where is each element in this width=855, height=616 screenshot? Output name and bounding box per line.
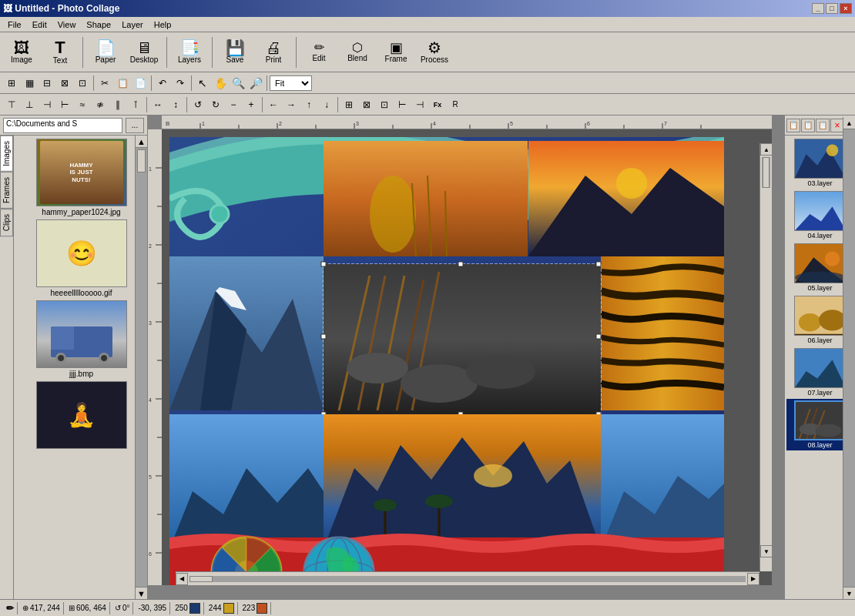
tb3-dist-h[interactable]: ∥: [109, 96, 126, 113]
undo-button[interactable]: ↶: [154, 75, 171, 92]
process-button[interactable]: ⚙ Process: [416, 35, 453, 70]
tb3-rotate-ccw[interactable]: ↺: [189, 96, 206, 113]
tab-images[interactable]: Images: [0, 136, 13, 172]
canvas-hscroll[interactable]: ◀ ▶: [176, 571, 759, 585]
edit-label: Edit: [312, 54, 325, 62]
tb2-btn-3[interactable]: ⊟: [39, 75, 55, 92]
zoom-tool[interactable]: 🔎: [247, 75, 264, 92]
edit-button[interactable]: ✏ Edit: [300, 35, 337, 70]
zoom-select[interactable]: Fit 100% 50% 25% 200%: [270, 75, 312, 91]
tb3-dist-v[interactable]: ⊺: [127, 96, 144, 113]
tab-clips[interactable]: Clips: [0, 209, 13, 236]
tb3-sep-1: [146, 97, 147, 112]
tb3-info[interactable]: R: [447, 96, 464, 113]
paper-button[interactable]: 📄 Paper: [87, 35, 124, 70]
tb2-btn-2[interactable]: ▦: [21, 75, 38, 92]
tb3-lock[interactable]: ⊢: [394, 96, 411, 113]
tab-frames[interactable]: Frames: [0, 172, 13, 209]
list-item[interactable]: HAMMYIS JUSTNUTS! hammy_paper1024.jpg: [31, 139, 132, 216]
close-button[interactable]: ×: [840, 3, 852, 14]
text-button[interactable]: T Text: [42, 35, 79, 70]
layer-copy-btn[interactable]: 📋: [801, 119, 815, 132]
layers-label: Layers: [178, 55, 201, 64]
tb2-btn-4[interactable]: ⊠: [56, 75, 73, 92]
tb3-fx[interactable]: Fx: [429, 96, 446, 113]
hand-tool[interactable]: ✋: [212, 75, 229, 92]
tb3-flip-v[interactable]: ↕: [167, 96, 184, 113]
menu-file[interactable]: File: [3, 18, 26, 31]
minimize-button[interactable]: _: [812, 3, 824, 14]
photo-collage: [169, 137, 724, 585]
save-button[interactable]: 💾 Save: [216, 35, 253, 70]
tb3-group[interactable]: ⊞: [340, 96, 357, 113]
scroll-up-btn[interactable]: ▲: [136, 136, 147, 148]
layers-button[interactable]: 📑 Layers: [171, 35, 208, 70]
canvas-vscroll[interactable]: ▲ ▼: [759, 143, 772, 571]
layer-add-btn[interactable]: 📋: [786, 119, 800, 132]
print-button[interactable]: 🖨 Print: [255, 35, 292, 70]
layer-thumbnail-05: [794, 243, 847, 283]
tb3-minus[interactable]: −: [225, 96, 242, 113]
frame-button[interactable]: ▣ Frame: [377, 35, 414, 70]
right-scroll-up[interactable]: ▲: [843, 117, 855, 129]
tb3-align-mc[interactable]: ≈: [74, 96, 91, 113]
tb3-ungroup[interactable]: ⊠: [358, 96, 375, 113]
list-item[interactable]: jjjj.bmp: [31, 300, 132, 378]
redo-button[interactable]: ↷: [172, 75, 189, 92]
vscroll-down[interactable]: ▼: [760, 545, 772, 557]
tb3-move-left[interactable]: ←: [265, 96, 282, 113]
tb3-align-mr[interactable]: ≉: [92, 96, 109, 113]
tb3-align-ml[interactable]: ⊢: [56, 96, 73, 113]
left-panel: C:\Documents and S ... Images Frames Cli…: [0, 116, 148, 599]
tb2-sep-3: [191, 75, 192, 91]
vscroll-up[interactable]: ▲: [760, 143, 772, 156]
menu-layer[interactable]: Layer: [117, 18, 148, 31]
menu-view[interactable]: View: [53, 18, 81, 31]
tb2-btn-5[interactable]: ⊡: [74, 75, 91, 92]
image-button[interactable]: 🖼 Image: [3, 35, 40, 70]
tb3-crop[interactable]: ⊣: [411, 96, 428, 113]
vscroll-thumb[interactable]: [763, 157, 770, 188]
tb3-move-up[interactable]: ↑: [300, 96, 317, 113]
cut-button[interactable]: ✂: [96, 75, 113, 92]
tb3-move-down[interactable]: ↓: [318, 96, 335, 113]
list-item[interactable]: 🧘: [31, 381, 132, 450]
tb3-plus[interactable]: +: [243, 96, 260, 113]
hscroll-left[interactable]: ◀: [176, 573, 188, 585]
tb2-btn-1[interactable]: ⊞: [3, 75, 20, 92]
right-scroll[interactable]: ▲ ▼: [843, 117, 855, 599]
tb3-flip-h[interactable]: ↔: [149, 96, 166, 113]
blend-button[interactable]: ⬡ Blend: [339, 35, 376, 70]
svg-point-82: [474, 464, 512, 487]
list-item[interactable]: 😊 heeeelllllooooo.gif: [31, 219, 132, 297]
hscroll-right[interactable]: ▶: [747, 573, 759, 585]
paste-button[interactable]: 📄: [132, 75, 149, 92]
copy-button[interactable]: 📋: [114, 75, 131, 92]
layers-icon: 📑: [180, 40, 200, 55]
right-scroll-down[interactable]: ▼: [843, 587, 855, 599]
search-tool[interactable]: 🔍: [230, 75, 246, 92]
maximize-button[interactable]: □: [826, 3, 838, 14]
tb3-order[interactable]: ⊡: [376, 96, 393, 113]
menu-edit[interactable]: Edit: [28, 18, 52, 31]
tb3-rotate-cw[interactable]: ↻: [207, 96, 224, 113]
tb3-align-tl[interactable]: ⊤: [3, 96, 20, 113]
menu-shape[interactable]: Shape: [82, 18, 116, 31]
tb3-align-tc[interactable]: ⊥: [21, 96, 38, 113]
desktop-button[interactable]: 🖥 Desktop: [126, 35, 163, 70]
scroll-thumb[interactable]: [137, 149, 146, 172]
tb2-sep-4: [267, 75, 267, 91]
menu-help[interactable]: Help: [149, 18, 176, 31]
tb3-align-tr[interactable]: ⊣: [39, 96, 55, 113]
layer-label-04: 04.layer: [807, 232, 832, 239]
process-icon: ⚙: [428, 40, 441, 55]
browse-button[interactable]: ...: [126, 118, 144, 133]
svg-rect-23: [148, 129, 162, 585]
hscroll-thumb[interactable]: [189, 576, 213, 582]
scroll-down-btn[interactable]: ▼: [136, 587, 147, 599]
layer-paste-btn[interactable]: 📋: [816, 119, 830, 132]
left-scroll[interactable]: ▲ ▼: [135, 136, 147, 599]
tb3-move-right[interactable]: →: [283, 96, 300, 113]
svg-point-42: [210, 205, 229, 223]
select-tool[interactable]: ↖: [194, 75, 211, 92]
